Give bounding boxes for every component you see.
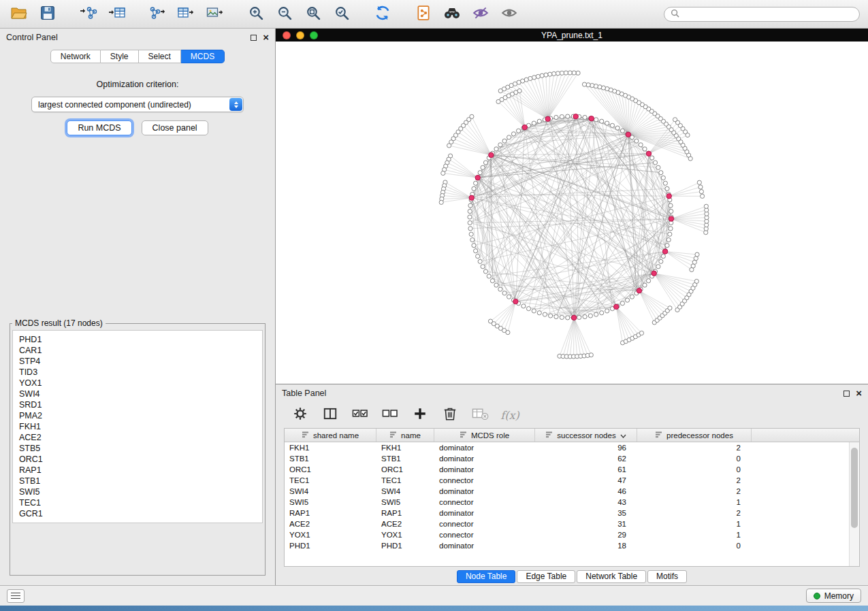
hide-unselected-icon <box>472 5 489 23</box>
tab-network-table[interactable]: Network Table <box>577 570 646 583</box>
search-box[interactable] <box>664 7 860 22</box>
table-row[interactable]: FKH1FKH1dominator962 <box>285 442 849 453</box>
select-all-icon <box>351 407 369 423</box>
table-scrollbar-thumb[interactable] <box>851 448 858 528</box>
memory-button[interactable]: Memory <box>806 589 861 603</box>
export-network-button[interactable] <box>147 3 169 25</box>
add-row-button[interactable] <box>411 406 430 425</box>
hamburger-menu-icon[interactable] <box>7 589 25 603</box>
cell-name: STB1 <box>376 455 434 463</box>
mcds-result-item[interactable]: ACE2 <box>19 432 256 443</box>
delete-row-button[interactable] <box>440 406 460 425</box>
float-panel-icon[interactable] <box>251 35 257 41</box>
clone-network-icon <box>416 5 431 24</box>
columns-button[interactable] <box>321 406 340 425</box>
cell-shared-name: PHD1 <box>285 542 376 550</box>
tab-network[interactable]: Network <box>50 50 101 63</box>
network-canvas[interactable] <box>276 42 868 384</box>
table-row[interactable]: SWI5SWI5connector431 <box>285 497 849 508</box>
mcds-result-item[interactable]: RAP1 <box>19 465 256 476</box>
hide-unselected-button[interactable] <box>470 3 492 25</box>
function-builder-button[interactable]: f(x) <box>500 406 519 425</box>
zoom-out-button[interactable] <box>274 3 295 25</box>
clone-network-button[interactable] <box>413 3 434 25</box>
export-image-button[interactable] <box>204 3 226 25</box>
tab-motifs[interactable]: Motifs <box>647 570 687 583</box>
table-row[interactable]: RAP1RAP1dominator352 <box>285 508 849 518</box>
cell-name: SWI4 <box>376 487 434 495</box>
mcds-result-item[interactable]: SWI5 <box>19 486 256 497</box>
close-table-panel-icon[interactable]: × <box>856 390 862 397</box>
tab-mcds[interactable]: MCDS <box>181 50 225 63</box>
column-header-MCDS-role[interactable]: MCDS role <box>434 429 535 442</box>
mcds-result-item[interactable]: SWI4 <box>19 389 256 399</box>
search-input[interactable] <box>684 10 853 19</box>
zoom-selected-button[interactable] <box>331 3 353 25</box>
table-scrollbar[interactable] <box>849 442 859 566</box>
tab-node-table[interactable]: Node Table <box>457 570 516 583</box>
export-table-button[interactable] <box>176 3 197 25</box>
table-panel-header: Table Panel × <box>276 384 868 402</box>
network-graph[interactable] <box>276 42 867 384</box>
mcds-result-item[interactable]: STP4 <box>19 356 256 367</box>
main-area: Control Panel × NetworkStyleSelectMCDS O… <box>0 29 868 585</box>
criterion-dropdown[interactable]: largest connected component (undirected) <box>31 97 244 112</box>
mcds-result-item[interactable]: FKH1 <box>19 421 256 432</box>
save-session-icon <box>40 5 55 23</box>
mcds-result-item[interactable]: GCR1 <box>19 508 256 519</box>
delete-table-button[interactable] <box>470 406 489 425</box>
table-row[interactable]: TEC1TEC1connector472 <box>285 475 849 486</box>
mcds-result-item[interactable]: TID3 <box>19 367 256 378</box>
mcds-result-item[interactable]: PHD1 <box>19 334 256 345</box>
mcds-result-item[interactable]: PMA2 <box>19 410 256 421</box>
tab-style[interactable]: Style <box>101 50 139 63</box>
mcds-result-item[interactable]: TEC1 <box>19 497 256 508</box>
column-header-name[interactable]: name <box>376 429 434 442</box>
import-table-button[interactable] <box>106 3 128 25</box>
cell-shared-name: FKH1 <box>285 444 376 452</box>
deselect-all-button[interactable] <box>381 406 400 425</box>
mcds-result-item[interactable]: YOX1 <box>19 378 256 389</box>
export-table-icon <box>178 5 195 23</box>
cell-MCDS-role: dominator <box>434 487 535 495</box>
find-button[interactable] <box>441 3 463 25</box>
open-session-button[interactable] <box>8 3 30 25</box>
tab-edge-table[interactable]: Edge Table <box>517 570 575 583</box>
cell-predecessor-nodes: 2 <box>637 476 752 484</box>
run-mcds-button[interactable]: Run MCDS <box>67 120 131 135</box>
deselect-all-icon <box>381 407 399 423</box>
table-row[interactable]: ACE2ACE2connector311 <box>285 518 849 529</box>
mcds-result-item[interactable]: STB1 <box>19 476 256 486</box>
float-table-panel-icon[interactable] <box>843 391 850 397</box>
close-panel-icon[interactable]: × <box>263 34 269 41</box>
close-window-button[interactable] <box>283 31 291 39</box>
mcds-result-item[interactable]: ORC1 <box>19 454 256 465</box>
mcds-result-list[interactable]: PHD1CAR1STP4TID3YOX1SWI4SRD1PMA2FKH1ACE2… <box>12 330 263 523</box>
select-all-button[interactable] <box>351 406 370 425</box>
zoom-fit-button[interactable] <box>302 3 324 25</box>
columns-icon <box>323 406 338 424</box>
minimize-window-button[interactable] <box>296 31 304 39</box>
close-panel-button[interactable]: Close panel <box>142 120 208 135</box>
refresh-view-button[interactable] <box>372 3 393 25</box>
mcds-result-item[interactable]: SRD1 <box>19 399 256 410</box>
table-row[interactable]: SWI4SWI4dominator462 <box>285 486 849 497</box>
import-network-button[interactable] <box>78 3 99 25</box>
tab-select[interactable]: Select <box>139 50 181 63</box>
column-header-predecessor-nodes[interactable]: predecessor nodes <box>637 429 752 442</box>
table-row[interactable]: STB1STB1dominator620 <box>285 453 849 464</box>
zoom-in-button[interactable] <box>245 3 267 25</box>
column-header-successor-nodes[interactable]: successor nodes <box>535 429 637 442</box>
show-all-button[interactable] <box>498 3 520 25</box>
table-row[interactable]: YOX1YOX1connector291 <box>285 529 849 540</box>
mcds-result-item[interactable]: STB5 <box>19 443 256 454</box>
mcds-result-item[interactable]: CAR1 <box>19 345 256 356</box>
table-row[interactable]: ORC1ORC1dominator610 <box>285 464 849 475</box>
settings-button[interactable] <box>291 406 310 425</box>
memory-label: Memory <box>824 591 854 601</box>
table-row[interactable]: PHD1PHD1dominator180 <box>285 540 849 551</box>
column-header-shared-name[interactable]: shared name <box>285 429 376 442</box>
save-session-button[interactable] <box>37 3 59 25</box>
zoom-window-button[interactable] <box>310 31 318 39</box>
cell-predecessor-nodes: 0 <box>637 465 752 474</box>
